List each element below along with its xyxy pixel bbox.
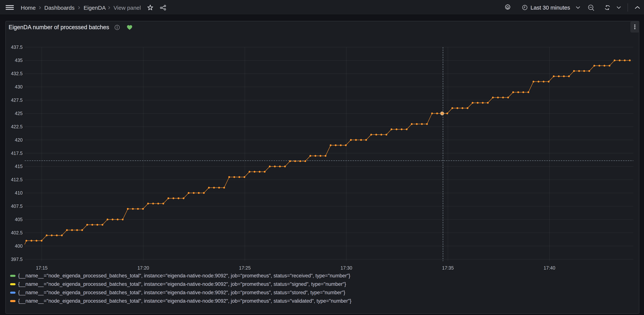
svg-text:400: 400: [15, 243, 23, 248]
svg-text:425: 425: [15, 111, 23, 116]
svg-text:422.5: 422.5: [11, 124, 23, 129]
svg-text:435: 435: [15, 58, 23, 63]
svg-text:17:25: 17:25: [239, 265, 251, 270]
svg-text:17:20: 17:20: [138, 265, 149, 270]
svg-text:17:40: 17:40: [544, 265, 555, 270]
svg-text:432.5: 432.5: [11, 71, 23, 76]
svg-text:430: 430: [15, 84, 23, 90]
svg-text:412.5: 412.5: [11, 177, 23, 182]
svg-text:17:15: 17:15: [36, 265, 48, 270]
svg-text:427.5: 427.5: [11, 98, 23, 103]
svg-text:437.5: 437.5: [11, 44, 23, 50]
svg-text:402.5: 402.5: [11, 230, 23, 235]
svg-text:397.5: 397.5: [11, 257, 23, 262]
svg-text:410: 410: [15, 190, 23, 196]
svg-text:405: 405: [15, 217, 23, 222]
svg-text:415: 415: [15, 164, 23, 169]
svg-text:17:35: 17:35: [442, 265, 454, 270]
svg-text:417.5: 417.5: [11, 150, 23, 156]
svg-text:407.5: 407.5: [11, 204, 23, 209]
svg-text:420: 420: [15, 137, 23, 142]
svg-text:17:30: 17:30: [340, 265, 352, 270]
